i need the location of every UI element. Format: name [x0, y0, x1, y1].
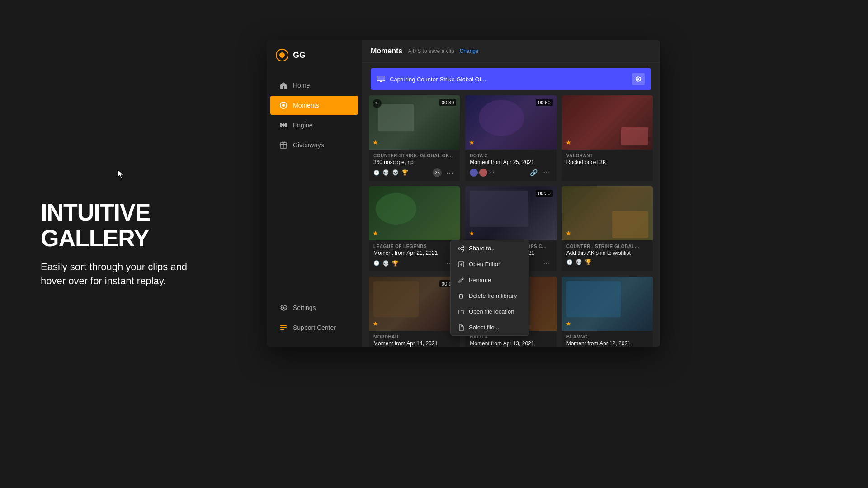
context-menu-share[interactable]: Share to...	[451, 240, 529, 256]
context-menu-open-editor[interactable]: Open Editor	[451, 256, 529, 272]
app-window: GG Home Moments	[267, 40, 660, 347]
clip-meta-left-csgo: 🕐 💀 💀 🏆	[373, 169, 408, 176]
clip-game-dota2: DOTA 2	[470, 153, 552, 158]
clip-card-csgo[interactable]: 👁 00:39 ★ COUNTER-STRIKE: GLOBAL OF... 3…	[369, 95, 460, 181]
sidebar-item-settings[interactable]: Settings	[270, 298, 358, 317]
clip-info-valorant2: COUNTER - STRIKE GLOBAL... Add this AK s…	[562, 240, 653, 269]
trophy-badge-v2: 🏆	[585, 259, 592, 265]
counter-csgo: 25	[433, 168, 442, 177]
skull-badge-v2: 💀	[576, 259, 582, 265]
view-icon: 👁	[373, 99, 382, 108]
clip-star-valorant2: ★	[566, 230, 571, 237]
clip-thumbnail-csgo: 👁 00:39 ★	[369, 95, 460, 150]
avatar-1	[470, 169, 478, 177]
clip-card-dota2[interactable]: 00:50 ★ DOTA 2 Moment from Apr 25, 2021 …	[465, 95, 556, 181]
clip-meta-dota2: ×7 🔗 ⋯	[470, 168, 552, 177]
clip-info-dota2: DOTA 2 Moment from Apr 25, 2021 ×7 🔗 ⋯	[465, 150, 556, 180]
clip-duration-cod: 00:30	[536, 190, 553, 197]
main-header: Moments Alt+S to save a clip Change	[362, 40, 660, 63]
clips-grid: 👁 00:39 ★ COUNTER-STRIKE: GLOBAL OF... 3…	[362, 95, 660, 347]
support-icon	[279, 324, 288, 332]
time-icon-lol: 🕐	[373, 260, 380, 266]
capture-gear-icon	[635, 76, 642, 82]
delete-icon	[458, 293, 464, 299]
sidebar: GG Home Moments	[267, 40, 362, 347]
trophy-badge-csgo: 🏆	[401, 169, 408, 176]
clip-thumbnail-dota2: 00:50 ★	[465, 95, 556, 150]
context-delete-label: Delete from library	[469, 292, 517, 299]
context-menu-delete[interactable]: Delete from library	[451, 288, 529, 304]
clip-card-beamng[interactable]: ★ BEAMNG Moment from Apr 12, 2021	[562, 277, 653, 347]
context-menu-rename[interactable]: Rename	[451, 272, 529, 288]
svg-rect-16	[379, 82, 383, 82]
clip-thumbnail-valorant2: ★	[562, 186, 653, 240]
clip-card-valorant[interactable]: ★ VALORANT Rocket boost 3K	[562, 95, 653, 181]
clip-card-valorant2[interactable]: ★ COUNTER - STRIKE GLOBAL... Add this AK…	[562, 186, 653, 271]
context-menu-select-file[interactable]: Select file...	[451, 319, 529, 335]
file-icon	[458, 324, 464, 331]
svg-point-1	[279, 52, 285, 58]
avatar-count: ×7	[489, 170, 495, 175]
clip-title-halo: Moment from Apr 13, 2021	[470, 340, 552, 347]
clip-game-beamng: BEAMNG	[566, 334, 648, 339]
svg-rect-12	[280, 329, 284, 330]
clip-card-mordhau[interactable]: 00:10 ★ MORDHAU Moment from Apr 14, 2021…	[369, 277, 460, 347]
clip-star-valorant: ★	[566, 139, 571, 146]
folder-icon	[458, 309, 464, 315]
clip-card-lol[interactable]: ★ LEAGUE OF LEGENDS Moment from Apr 21, …	[369, 186, 460, 271]
sidebar-item-moments[interactable]: Moments	[270, 96, 358, 115]
clip-info-csgo: COUNTER-STRIKE: GLOBAL OF... 360 noscope…	[369, 150, 460, 181]
dota2-avatars: ×7	[470, 169, 495, 177]
clip-title-valorant: Rocket boost 3K	[566, 159, 648, 165]
marketing-title: INTUITIVE GALLERY	[41, 200, 258, 251]
context-share-label: Share to...	[469, 245, 496, 252]
clip-title-mordhau: Moment from Apr 14, 2021	[373, 340, 455, 347]
sidebar-item-engine-label: Engine	[293, 122, 313, 129]
mouse-cursor	[118, 169, 125, 179]
sidebar-item-support[interactable]: Support Center	[270, 318, 358, 337]
sidebar-nav: Home Moments Engine	[267, 70, 362, 293]
settings-icon	[279, 304, 288, 312]
svg-line-21	[460, 249, 462, 250]
clip-thumbnail-lol: ★	[369, 186, 460, 240]
sidebar-item-engine[interactable]: Engine	[270, 116, 358, 135]
time-icon-csgo: 🕐	[373, 170, 380, 176]
clip-meta-valorant2: 🕐 💀 🏆	[566, 259, 648, 265]
svg-line-20	[460, 247, 462, 248]
clip-title-csgo: 360 noscope, np	[373, 159, 455, 165]
clip-thumbnail-mordhau: 00:10 ★	[369, 277, 460, 331]
sidebar-bottom: Settings Support Center	[267, 293, 362, 347]
editor-icon	[458, 261, 464, 267]
clip-more-button-csgo[interactable]: ⋯	[444, 169, 455, 177]
logo-text: GG	[293, 51, 306, 60]
clip-more-button-dota2[interactable]: ⋯	[541, 168, 552, 177]
clip-game-mordhau: MORDHAU	[373, 334, 455, 339]
context-menu: Share to... Open Editor	[450, 240, 529, 336]
context-menu-open-location[interactable]: Open file location	[451, 304, 529, 319]
capture-text: Capturing Counter-Strike Global Of...	[390, 76, 486, 83]
capture-bar[interactable]: Capturing Counter-Strike Global Of...	[371, 68, 651, 90]
header-change-button[interactable]: Change	[460, 48, 479, 54]
skull-badge-csgo: 💀	[382, 169, 389, 176]
marketing-section: INTUITIVE GALLERY Easily sort through yo…	[41, 200, 258, 288]
avatar-2	[479, 169, 487, 177]
sidebar-item-giveaways[interactable]: Giveaways	[270, 136, 358, 155]
engine-icon	[279, 121, 288, 129]
clip-more-button-cod[interactable]: ⋯	[541, 259, 552, 267]
sidebar-logo: GG	[267, 40, 362, 70]
home-icon	[279, 81, 288, 89]
capture-bar-left: Capturing Counter-Strike Global Of...	[377, 76, 486, 83]
clip-title-lol: Moment from Apr 21, 2021	[373, 250, 455, 256]
clip-actions-csgo: 25 ⋯	[433, 168, 455, 177]
clip-meta-left-lol: 🕐 💀 🏆	[373, 260, 399, 267]
clip-star-beamng: ★	[566, 320, 571, 327]
svg-point-19	[462, 249, 464, 251]
capture-settings-button[interactable]	[632, 73, 645, 85]
sidebar-item-giveaways-label: Giveaways	[293, 141, 324, 149]
clip-thumbnail-cod: 00:30 ★	[465, 186, 556, 240]
trophy-badge-lol: 🏆	[392, 260, 399, 267]
sidebar-item-home[interactable]: Home	[270, 76, 358, 95]
share-to-icon	[458, 245, 464, 252]
svg-rect-11	[280, 327, 287, 328]
skull-badge-csgo2: 💀	[392, 169, 399, 176]
